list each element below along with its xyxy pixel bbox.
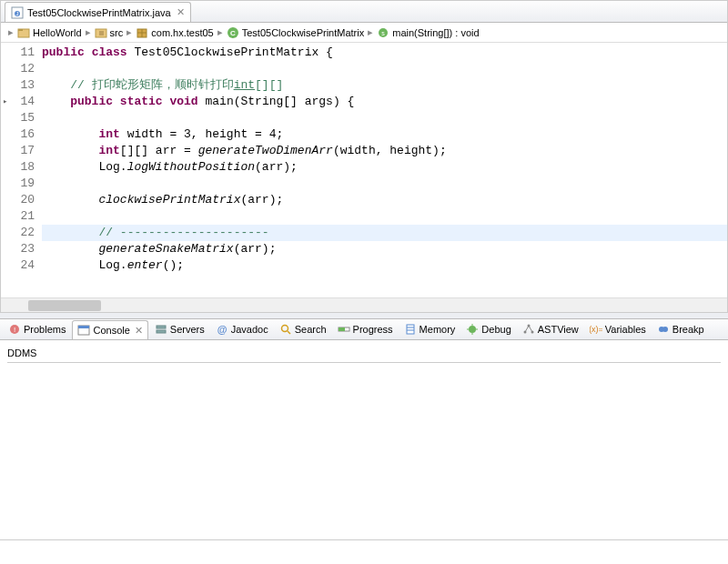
editor-tab[interactable]: J Test05ClockwisePrintMatrix.java ✕ [5, 2, 191, 22]
svg-point-28 [469, 326, 476, 333]
vars-icon: (x)= [590, 323, 602, 336]
class-icon: C [227, 26, 239, 39]
chevron-icon: ▸ [217, 26, 223, 38]
view-tab-problems[interactable]: !Problems [4, 321, 70, 337]
console-panel: DDMS [0, 340, 728, 540]
code-line[interactable] [42, 208, 727, 225]
view-tab-debug[interactable]: Debug [461, 321, 515, 337]
svg-text:J: J [16, 11, 19, 16]
breadcrumb-item-method[interactable]: s main(String[]) : void [377, 26, 479, 39]
close-icon[interactable]: ✕ [175, 6, 185, 18]
code-line[interactable]: public class Test05ClockwisePrintMatrix … [42, 45, 727, 61]
chevron-icon: ▸ [86, 26, 91, 38]
svg-point-21 [281, 326, 288, 332]
ast-icon [522, 323, 535, 336]
breadcrumb-item-package[interactable]: com.hx.test05 [136, 26, 213, 39]
view-tab-label: Memory [420, 324, 456, 335]
code-line[interactable]: int width = 3, height = 4; [42, 126, 727, 143]
view-tab-progress[interactable]: Progress [333, 321, 398, 337]
code-line[interactable]: Log.logWithoutPosition(arr); [42, 159, 727, 176]
java-file-icon: J [11, 6, 24, 19]
line-number: 13 [1, 77, 35, 94]
breadcrumb-item-src[interactable]: src [95, 26, 124, 39]
view-tab-label: Progress [353, 324, 393, 335]
line-number: 16 [1, 126, 35, 143]
breadcrumb-item-class[interactable]: C Test05ClockwisePrintMatrix [227, 26, 364, 39]
svg-point-40 [662, 327, 668, 332]
progress-icon [338, 323, 350, 336]
line-number: 14 [1, 94, 35, 110]
debug-icon [466, 323, 479, 336]
svg-rect-19 [157, 330, 166, 333]
svg-rect-4 [18, 29, 23, 31]
views-tab-bar: !ProblemsConsole✕Servers@JavadocSearchPr… [0, 318, 728, 340]
view-tab-servers[interactable]: Servers [150, 321, 209, 337]
view-tab-memory[interactable]: Memory [399, 321, 460, 337]
view-tab-label: Servers [170, 324, 205, 335]
line-number: 22 [1, 225, 35, 241]
view-tab-console[interactable]: Console✕ [72, 320, 147, 340]
code-line[interactable] [42, 61, 727, 77]
console-title: DDMS [7, 347, 721, 363]
code-line[interactable]: int[][] arr = generateTwoDimenArr(width,… [42, 143, 727, 159]
memory-icon [404, 323, 417, 336]
svg-rect-17 [78, 326, 89, 328]
svg-text:s: s [381, 30, 385, 36]
breadcrumb: ▸ HelloWorld ▸ src ▸ com.hx.test05 ▸ C T… [1, 23, 727, 43]
view-tab-label: ASTView [538, 324, 579, 335]
javadoc-icon: @ [216, 323, 228, 336]
code-line[interactable]: // 打印蛇形矩阵，顺时针打印int[][] [42, 77, 727, 94]
line-number: 20 [1, 192, 35, 208]
horizontal-scrollbar[interactable] [1, 297, 727, 312]
view-tab-label: Console [93, 325, 129, 336]
svg-line-22 [288, 331, 290, 334]
problems-icon: ! [8, 323, 21, 336]
line-number: 11 [1, 45, 35, 61]
close-icon[interactable]: ✕ [133, 325, 143, 337]
code-line[interactable]: clockwisePrintMatrix(arr); [42, 192, 727, 208]
view-tab-variables[interactable]: (x)=Variables [585, 321, 651, 337]
line-number: 18 [1, 159, 35, 176]
code-line[interactable]: generateSnakeMatrix(arr); [42, 241, 727, 257]
line-number: 15 [1, 110, 35, 126]
svg-rect-18 [157, 326, 166, 328]
chevron-icon: ▸ [126, 26, 132, 38]
line-number: 19 [1, 176, 35, 192]
editor-tab-bar: J Test05ClockwisePrintMatrix.java ✕ [1, 1, 727, 23]
view-tab-javadoc[interactable]: @Javadoc [211, 321, 273, 337]
chevron-icon: ▸ [368, 26, 373, 38]
svg-rect-6 [99, 31, 104, 35]
view-tab-astview[interactable]: ASTView [518, 321, 583, 337]
code-editor[interactable]: 1112131415161718192021222324 public clas… [1, 43, 727, 297]
svg-rect-25 [407, 325, 414, 334]
view-tab-breakp[interactable]: Breakp [652, 321, 709, 337]
editor-tab-label: Test05ClockwisePrintMatrix.java [27, 7, 171, 18]
svg-text:(x)=: (x)= [590, 325, 602, 334]
servers-icon [155, 323, 167, 336]
code-line[interactable]: Log.enter(); [42, 257, 727, 274]
line-number: 24 [1, 257, 35, 274]
view-tab-label: Javadoc [231, 324, 268, 335]
search-icon [279, 323, 292, 336]
line-number: 17 [1, 143, 35, 159]
console-icon [77, 324, 90, 337]
package-root-icon [95, 26, 107, 39]
view-tab-search[interactable]: Search [275, 321, 331, 337]
view-tab-label: Variables [605, 324, 646, 335]
code-content[interactable]: public class Test05ClockwisePrintMatrix … [42, 43, 727, 297]
view-tab-label: Search [295, 324, 327, 335]
line-number: 12 [1, 61, 35, 77]
line-number-gutter: 1112131415161718192021222324 [1, 43, 42, 297]
line-number: 21 [1, 208, 35, 225]
svg-text:@: @ [217, 324, 227, 335]
line-number: 23 [1, 241, 35, 257]
view-tab-label: Breakp [672, 324, 704, 335]
code-line[interactable]: // --------------------- [42, 225, 727, 241]
code-line[interactable]: public static void main(String[] args) { [42, 94, 727, 110]
method-icon: s [377, 26, 389, 39]
code-line[interactable] [42, 110, 727, 126]
code-line[interactable] [42, 176, 727, 192]
breadcrumb-item-project[interactable]: HelloWorld [17, 26, 82, 39]
view-tab-label: Debug [481, 324, 511, 335]
package-icon [136, 26, 148, 39]
